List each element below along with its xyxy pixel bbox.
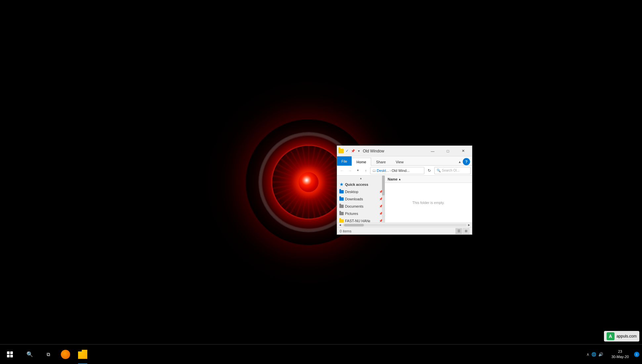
task-view-button[interactable]: ⧉ xyxy=(40,344,57,364)
pictures-folder-icon xyxy=(339,211,344,216)
refresh-button[interactable]: ↻ xyxy=(426,167,433,174)
address-controls: ↻ xyxy=(426,167,433,174)
path-segment-1: Deskt... xyxy=(377,169,389,173)
sidebar-item-downloads[interactable]: Downloads 📌 xyxy=(337,195,385,203)
sidebar-desktop-label: Desktop xyxy=(345,190,378,194)
maximize-button[interactable]: □ xyxy=(440,146,455,156)
pin-icon-title: 📌 xyxy=(350,148,356,154)
taskbar-app-explorer[interactable] xyxy=(74,344,91,364)
empty-message-text: This folder is empty. xyxy=(412,201,445,205)
desktop-background: ✓ 📌 ▼ Old Window — □ ✕ File Home Share V… xyxy=(0,0,642,364)
folder-icon-title xyxy=(338,148,344,154)
search-icon: 🔍 xyxy=(437,169,441,172)
taskbar-search-button[interactable]: 🔍 xyxy=(20,344,40,364)
system-clock[interactable]: 23 30-May-20 xyxy=(607,349,633,359)
path-separator: › xyxy=(390,169,391,173)
path-folder-icon: 🗂 xyxy=(372,169,376,173)
ribbon-tabs: File Home Share View ▲ ? xyxy=(337,156,472,166)
item-count: 0 items xyxy=(340,229,351,233)
help-button[interactable]: ? xyxy=(463,158,470,165)
sidebar-item-pictures[interactable]: Pictures 📌 xyxy=(337,210,385,217)
close-button[interactable]: ✕ xyxy=(455,146,471,156)
path-segment-2: Old Wind... xyxy=(392,169,409,173)
large-icons-view-button[interactable]: ⊞ xyxy=(463,228,469,234)
appuals-watermark: A appuls.com xyxy=(604,331,639,342)
back-button[interactable]: ← xyxy=(338,167,346,174)
sidebar-documents-label: Documents xyxy=(345,204,378,208)
taskbar-tray: ∧ 🌐 🔊 23 30-May-20 1 xyxy=(586,349,642,359)
search-box[interactable]: 🔍 Search Ol... xyxy=(434,167,471,174)
sidebar: ▲ ★ Quick access Desktop 📌 xyxy=(337,176,385,222)
network-icon[interactable]: 🌐 xyxy=(591,352,596,357)
tray-icons: ∧ 🌐 🔊 xyxy=(586,352,603,357)
sidebar-quick-access-label: Quick access xyxy=(345,182,383,186)
address-path[interactable]: 🗂 Deskt... › Old Wind... xyxy=(370,167,424,174)
sidebar-item-fast-nu[interactable]: FAST-NU HA№ 📌 xyxy=(337,217,385,222)
star-icon: ★ xyxy=(339,182,344,187)
file-explorer-window: ✓ 📌 ▼ Old Window — □ ✕ File Home Share V… xyxy=(337,145,472,235)
taskbar: 🔍 ⧉ ∧ 🌐 🔊 23 30-May-20 1 xyxy=(0,344,642,364)
dropdown-button[interactable]: ▼ xyxy=(354,167,362,174)
sidebar-pictures-label: Pictures xyxy=(345,212,378,216)
appuals-label: appuls.com xyxy=(617,334,637,339)
down-arrow-title: ▼ xyxy=(356,148,362,154)
sidebar-item-desktop[interactable]: Desktop 📌 xyxy=(337,188,385,195)
explorer-icon xyxy=(78,350,87,359)
status-bar: 0 items ☰ ⊞ xyxy=(337,227,472,234)
scroll-left-button[interactable]: ◀ xyxy=(338,223,342,227)
search-placeholder: Search Ol... xyxy=(442,169,459,172)
details-view-button[interactable]: ☰ xyxy=(455,228,462,234)
column-header: Name ▲ xyxy=(385,176,472,183)
eye-pupil xyxy=(299,172,319,192)
tray-chevron-icon[interactable]: ∧ xyxy=(586,352,589,357)
main-content: Name ▲ This folder is empty. xyxy=(385,176,472,222)
check-icon-title: ✓ xyxy=(344,148,350,154)
scroll-right-button[interactable]: ▶ xyxy=(467,223,471,227)
fast-nu-folder-icon xyxy=(339,219,344,222)
name-column-header: Name xyxy=(388,177,398,181)
notification-badge[interactable]: 1 xyxy=(634,352,639,357)
bottom-scrollbar: ◀ ▶ xyxy=(337,222,472,227)
tab-view[interactable]: View xyxy=(391,158,408,166)
documents-folder-icon xyxy=(339,204,344,209)
sidebar-item-documents[interactable]: Documents 📌 xyxy=(337,203,385,210)
address-bar: ← → ▼ ↑ 🗂 Deskt... › Old Wind... ↻ 🔍 Sea… xyxy=(337,166,472,176)
eye-iris xyxy=(272,146,345,219)
sidebar-fast-nu-label: FAST-NU HA№ xyxy=(345,219,378,222)
start-icon xyxy=(7,351,13,357)
empty-folder-message: This folder is empty. xyxy=(385,183,472,222)
taskbar-app-firefox[interactable] xyxy=(57,344,74,364)
tab-share[interactable]: Share xyxy=(371,158,391,166)
clock-date: 30-May-20 xyxy=(611,354,629,359)
view-icons: ☰ ⊞ xyxy=(455,228,469,234)
explorer-content: ▲ ★ Quick access Desktop 📌 xyxy=(337,176,472,222)
minimize-button[interactable]: — xyxy=(425,146,440,156)
title-bar-controls: — □ ✕ xyxy=(425,146,471,156)
appuals-logo-icon: A xyxy=(607,332,615,340)
sort-asc-icon: ▲ xyxy=(398,178,401,181)
sidebar-scrollbar-thumb[interactable] xyxy=(382,176,385,195)
title-bar-icons: ✓ 📌 ▼ xyxy=(338,148,362,154)
window-title: Old Window xyxy=(363,149,425,153)
h-scrollbar-track[interactable] xyxy=(342,224,467,226)
up-button[interactable]: ↑ xyxy=(362,167,369,174)
sidebar-scroll-up[interactable]: ▲ xyxy=(337,176,385,181)
volume-icon[interactable]: 🔊 xyxy=(598,352,603,357)
sidebar-scrollbar[interactable] xyxy=(382,176,385,222)
tab-home[interactable]: Home xyxy=(352,158,371,166)
h-scrollbar-thumb[interactable] xyxy=(344,224,364,226)
clock-time: 23 xyxy=(611,349,629,354)
expand-ribbon-button[interactable]: ▲ xyxy=(457,160,463,164)
sidebar-item-quick-access[interactable]: ★ Quick access xyxy=(337,181,385,188)
tab-file[interactable]: File xyxy=(337,156,352,166)
start-button[interactable] xyxy=(0,344,20,364)
sidebar-downloads-label: Downloads xyxy=(345,197,378,201)
forward-button[interactable]: → xyxy=(346,167,354,174)
downloads-folder-icon xyxy=(339,197,344,201)
firefox-icon xyxy=(61,350,70,359)
desktop-folder-icon xyxy=(339,189,344,194)
title-bar: ✓ 📌 ▼ Old Window — □ ✕ xyxy=(337,146,472,156)
